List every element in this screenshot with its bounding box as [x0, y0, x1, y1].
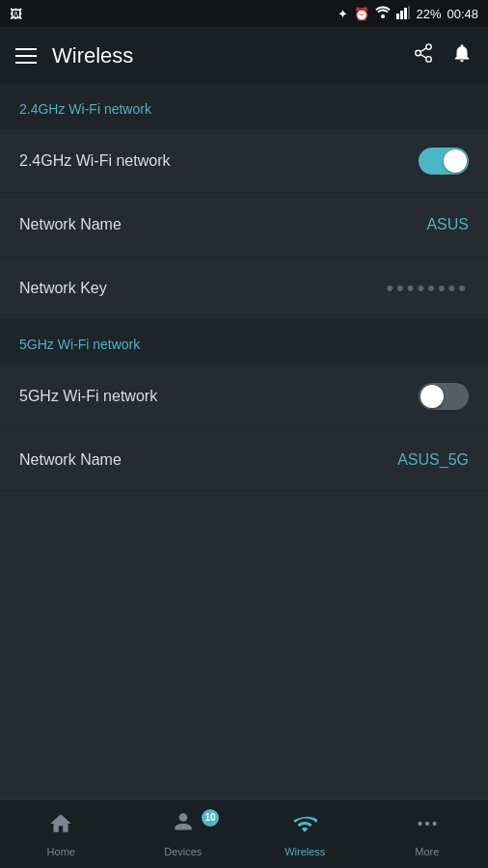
home-icon: [48, 811, 73, 842]
svg-point-11: [425, 821, 429, 825]
toggle-5ghz[interactable]: [419, 383, 469, 410]
row-network-key[interactable]: Network Key ••••••••: [0, 257, 488, 320]
status-bar-right: ✦ ⏰ 22% 00:48: [338, 6, 478, 22]
svg-point-12: [432, 821, 436, 825]
svg-point-10: [418, 821, 421, 825]
row-24ghz-toggle-label: 2.4GHz Wi-Fi network: [19, 152, 170, 170]
battery-icon: 22%: [416, 7, 441, 21]
bottom-nav: Home 10 Devices Wireless More: [0, 799, 488, 868]
more-icon: [415, 811, 440, 842]
bluetooth-icon: ✦: [338, 7, 348, 21]
wireless-icon: [292, 811, 317, 842]
nav-more-label: More: [415, 846, 439, 857]
app-bar-left: Wireless: [15, 43, 133, 68]
photo-icon: 🖼: [10, 7, 22, 21]
wifi-signal-icon: [375, 6, 391, 22]
svg-rect-3: [404, 8, 407, 19]
svg-point-0: [381, 14, 385, 18]
nav-item-home[interactable]: Home: [0, 811, 122, 857]
app-bar-right: [413, 42, 473, 69]
row-network-name-24[interactable]: Network Name ASUS: [0, 193, 488, 257]
network-key-label: Network Key: [19, 280, 107, 297]
svg-point-7: [426, 57, 432, 62]
nav-item-devices[interactable]: 10 Devices: [122, 811, 245, 857]
menu-button[interactable]: [15, 48, 37, 64]
nav-item-wireless[interactable]: Wireless: [244, 811, 366, 857]
status-bar: 🖼 ✦ ⏰ 22% 00:48: [0, 0, 488, 27]
row-5ghz-toggle[interactable]: 5GHz Wi-Fi network: [0, 365, 488, 428]
network-name-24-value: ASUS: [426, 216, 469, 233]
section-5ghz-label: 5GHz Wi-Fi network: [19, 337, 140, 352]
devices-icon: [171, 811, 196, 842]
svg-rect-2: [400, 11, 403, 19]
row-5ghz-toggle-label: 5GHz Wi-Fi network: [19, 388, 157, 405]
toggle-thumb-24ghz: [444, 149, 467, 173]
share-button[interactable]: [413, 42, 434, 69]
devices-badge: 10: [202, 809, 219, 827]
toggle-24ghz[interactable]: [419, 148, 469, 175]
app-title: Wireless: [52, 43, 133, 68]
nav-home-label: Home: [47, 846, 75, 857]
toggle-thumb-5ghz: [420, 385, 444, 408]
alarm-icon: ⏰: [354, 7, 369, 21]
signal-bars-icon: [396, 6, 410, 22]
row-24ghz-toggle[interactable]: 2.4GHz Wi-Fi network: [0, 129, 488, 193]
svg-rect-4: [408, 6, 410, 19]
time-display: 00:48: [447, 7, 478, 21]
section-5ghz-header: 5GHz Wi-Fi network: [0, 320, 488, 365]
network-name-24-label: Network Name: [19, 216, 122, 233]
notifications-button[interactable]: [451, 42, 473, 69]
svg-line-9: [420, 48, 426, 52]
nav-item-more[interactable]: More: [366, 811, 489, 857]
main-content: 2.4GHz Wi-Fi network 2.4GHz Wi-Fi networ…: [0, 85, 488, 799]
svg-rect-1: [396, 14, 399, 19]
nav-devices-label: Devices: [164, 846, 202, 857]
row-network-name-5g[interactable]: Network Name ASUS_5G: [0, 428, 488, 492]
svg-line-8: [420, 54, 426, 58]
status-bar-left: 🖼: [10, 7, 22, 21]
network-name-5g-value: ASUS_5G: [397, 451, 469, 469]
nav-wireless-label: Wireless: [285, 846, 325, 857]
app-bar: Wireless: [0, 27, 488, 85]
section-24ghz-header: 2.4GHz Wi-Fi network: [0, 85, 488, 129]
section-24ghz-label: 2.4GHz Wi-Fi network: [19, 101, 151, 117]
network-name-5g-label: Network Name: [19, 451, 122, 469]
network-key-value: ••••••••: [386, 276, 469, 301]
svg-point-6: [416, 50, 421, 56]
svg-point-5: [426, 44, 432, 50]
